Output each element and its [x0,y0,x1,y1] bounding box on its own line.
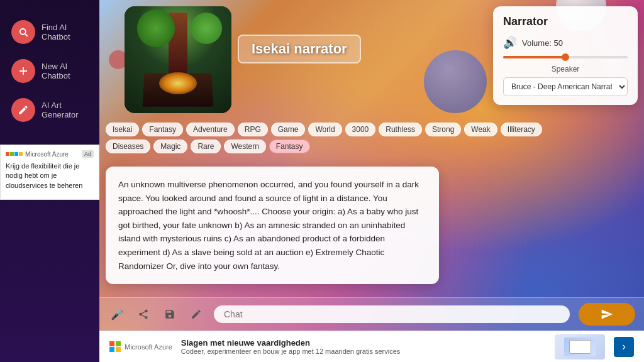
mic-button[interactable]: 🎤 [108,305,126,323]
tag-fantasy-2: Fantasy [269,140,310,153]
save-button[interactable] [161,305,179,323]
find-chatbot-icon-btn[interactable] [11,20,35,44]
find-chatbot-label: Find AI Chatbot [42,23,88,41]
chat-message-text: An unknown multiverse phenomenon occurre… [118,180,419,271]
main-content-area: Isekai narrator Isekai Fantasy Adventure… [99,0,644,362]
sidebar-advertisement: Microsoft Azure Ad Krijg de flexibilitei… [0,145,99,200]
bottom-ad-title: Slagen met nieuwe vaardigheden [181,338,546,348]
planet-decoration-2 [424,50,487,113]
volume-label: Volume: 50 [522,38,563,48]
tag-rpg: RPG [238,123,268,136]
chat-message-bubble: An unknown multiverse phenomenon occurre… [106,167,439,284]
bottom-ad-subtitle: Codeer, experimenteer en bouw je app met… [181,348,546,355]
volume-thumb[interactable] [562,53,569,61]
bottom-ad-thumbnail [555,334,605,359]
bottom-ad-logo: Microsoft Azure [109,341,172,353]
sidebar-item-art-generator[interactable]: AI Art Generator [0,90,99,129]
ms-logo-small [6,152,23,156]
sidebar-item-find-chatbot[interactable]: Find AI Chatbot [0,13,99,52]
new-chatbot-label: New AI Chatbot [42,62,88,80]
bottom-ad-brand: Microsoft Azure [125,343,172,351]
bottom-ad-cta-button[interactable]: › [614,337,634,357]
tag-western: Western [224,140,265,153]
edit-button[interactable] [187,305,205,323]
tag-illiteracy: Illiteracy [501,123,542,136]
sidebar-ad-brand: Microsoft Azure [25,151,69,158]
chat-input-wrapper[interactable] [214,305,570,323]
chat-input-area: 🎤 [99,297,644,331]
speaker-select[interactable]: Bruce - Deep American Narrator Amy - Bri… [503,77,628,96]
tag-fantasy: Fantasy [142,123,183,136]
volume-bar[interactable] [503,56,628,58]
tag-weak: Weak [464,123,497,136]
tag-ruthless: Ruthless [379,123,422,136]
ms-logo-medium [109,341,121,353]
tag-game: Game [271,123,306,136]
narrator-panel: Narrator 🔊 Volume: 50 Speaker Bruce - De… [493,6,638,105]
tag-3000: 3000 [345,123,376,136]
tag-magic: Magic [153,140,187,153]
share-button[interactable] [135,305,152,323]
tag-strong: Strong [425,123,461,136]
pencil-icon [18,104,29,116]
send-button[interactable] [579,303,635,326]
sidebar-item-new-chatbot[interactable]: New AI Chatbot [0,52,99,90]
chat-input[interactable] [224,309,560,319]
bottom-advertisement: Microsoft Azure Slagen met nieuwe vaardi… [99,331,644,362]
narrator-panel-title: Narrator [503,15,628,28]
chatbot-title: Isekai narrator [238,35,361,63]
volume-row: 🔊 Volume: 50 [503,36,628,50]
plus-icon [18,65,29,77]
new-chatbot-icon-btn[interactable] [11,59,35,83]
art-generator-label: AI Art Generator [42,101,88,119]
sidebar-ad-text: Krijg de flexibiliteit die je nodig hebt… [6,162,94,190]
bottom-ad-text: Slagen met nieuwe vaardigheden Codeer, e… [181,338,546,355]
volume-slider-container[interactable] [503,56,628,58]
tag-isekai: Isekai [106,123,139,136]
art-generator-icon-btn[interactable] [11,98,35,122]
chat-action-icons: 🎤 [108,305,205,323]
sidebar: Find AI Chatbot New AI Chatbot AI Art Ge… [0,0,99,362]
tags-container: Isekai Fantasy Adventure RPG Game World … [106,123,565,153]
sidebar-ad-header: Microsoft Azure Ad [6,150,94,158]
sidebar-ad-badge: Ad [82,150,94,158]
send-icon [601,308,613,321]
svg-line-1 [25,34,28,36]
volume-icon: 🔊 [503,36,517,50]
tag-world: World [308,123,341,136]
svg-point-0 [20,29,26,35]
character-image [125,6,231,113]
tag-diseases: Diseases [106,140,150,153]
speaker-label: Speaker [503,65,628,74]
tag-adventure: Adventure [186,123,235,136]
search-icon [18,26,29,38]
tag-rare: Rare [191,140,221,153]
